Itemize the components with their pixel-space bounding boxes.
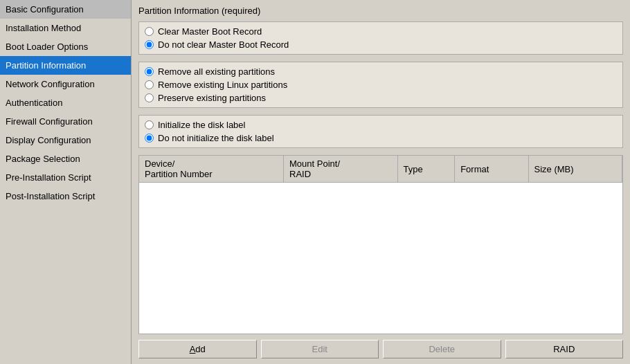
col-header-type: Type xyxy=(397,156,455,183)
radio-preserve-all[interactable] xyxy=(145,93,154,102)
radio-label-no-init-disk[interactable]: Do not initialize the disk label xyxy=(145,133,617,143)
radio-text-clear-mbr: Clear Master Boot Record xyxy=(158,26,262,37)
sidebar-item-firewall-configuration[interactable]: Firewall Configuration xyxy=(0,112,131,131)
action-button-row: AddEditDeleteRAID xyxy=(138,340,623,358)
radio-text-no-init-disk: Do not initialize the disk label xyxy=(158,133,274,143)
add-button[interactable]: Add xyxy=(138,340,257,358)
radio-text-remove-all: Remove all existing partitions xyxy=(158,66,275,77)
mbr-radio-group: Clear Master Boot RecordDo not clear Mas… xyxy=(138,21,623,55)
sidebar-item-network-configuration[interactable]: Network Configuration xyxy=(0,75,131,93)
col-header-mount: Mount Point/ RAID xyxy=(284,156,398,183)
sidebar: Basic ConfigurationInstallation MethodBo… xyxy=(0,0,132,364)
radio-label-init-disk[interactable]: Initialize the disk label xyxy=(145,120,617,130)
sidebar-item-basic-config[interactable]: Basic Configuration xyxy=(0,0,131,19)
radio-remove-all[interactable] xyxy=(145,67,154,76)
radio-label-preserve-all[interactable]: Preserve existing partitions xyxy=(145,93,617,103)
radio-label-clear-mbr[interactable]: Clear Master Boot Record xyxy=(145,26,617,37)
sidebar-item-package-selection[interactable]: Package Selection xyxy=(0,149,131,168)
col-header-format: Format xyxy=(455,156,528,183)
radio-clear-mbr[interactable] xyxy=(145,27,154,36)
radio-text-preserve-all: Preserve existing partitions xyxy=(158,93,266,103)
sidebar-item-boot-loader-options[interactable]: Boot Loader Options xyxy=(0,37,131,56)
partition-table-wrapper: Device/ Partition NumberMount Point/ RAI… xyxy=(138,155,623,334)
raid-button[interactable]: RAID xyxy=(505,340,624,358)
delete-button: Delete xyxy=(383,340,501,358)
radio-no-init-disk[interactable] xyxy=(145,134,154,143)
disk-label-radio-group: Initialize the disk labelDo not initiali… xyxy=(138,115,623,148)
partition-table: Device/ Partition NumberMount Point/ RAI… xyxy=(139,156,622,183)
sidebar-item-partition-information[interactable]: Partition Information xyxy=(0,56,131,75)
table-header: Device/ Partition NumberMount Point/ RAI… xyxy=(139,156,622,183)
radio-label-no-clear-mbr[interactable]: Do not clear Master Boot Record xyxy=(145,39,617,50)
table-header-row: Device/ Partition NumberMount Point/ RAI… xyxy=(139,156,622,183)
partition-radio-group: Remove all existing partitionsRemove exi… xyxy=(138,62,623,108)
radio-init-disk[interactable] xyxy=(145,120,154,129)
radio-label-remove-all[interactable]: Remove all existing partitions xyxy=(145,66,617,77)
radio-text-remove-linux: Remove existing Linux partitions xyxy=(158,80,287,90)
col-header-device: Device/ Partition Number xyxy=(139,156,284,183)
sidebar-item-pre-installation-script[interactable]: Pre-Installation Script xyxy=(0,168,131,187)
sidebar-item-installation-method[interactable]: Installation Method xyxy=(0,19,131,37)
edit-button: Edit xyxy=(261,340,379,358)
content-area: Partition Information (required) Clear M… xyxy=(132,0,630,364)
radio-label-remove-linux[interactable]: Remove existing Linux partitions xyxy=(145,80,617,90)
radio-text-no-clear-mbr: Do not clear Master Boot Record xyxy=(158,39,289,50)
radio-no-clear-mbr[interactable] xyxy=(145,40,154,49)
radio-text-init-disk: Initialize the disk label xyxy=(158,120,245,130)
sidebar-item-authentication[interactable]: Authentication xyxy=(0,93,131,112)
sidebar-item-post-installation-script[interactable]: Post-Installation Script xyxy=(0,187,131,206)
col-header-size: Size (MB) xyxy=(528,156,622,183)
sidebar-item-display-configuration[interactable]: Display Configuration xyxy=(0,131,131,149)
radio-remove-linux[interactable] xyxy=(145,80,154,89)
main-container: Basic ConfigurationInstallation MethodBo… xyxy=(0,0,630,364)
section-title: Partition Information (required) xyxy=(138,6,623,16)
